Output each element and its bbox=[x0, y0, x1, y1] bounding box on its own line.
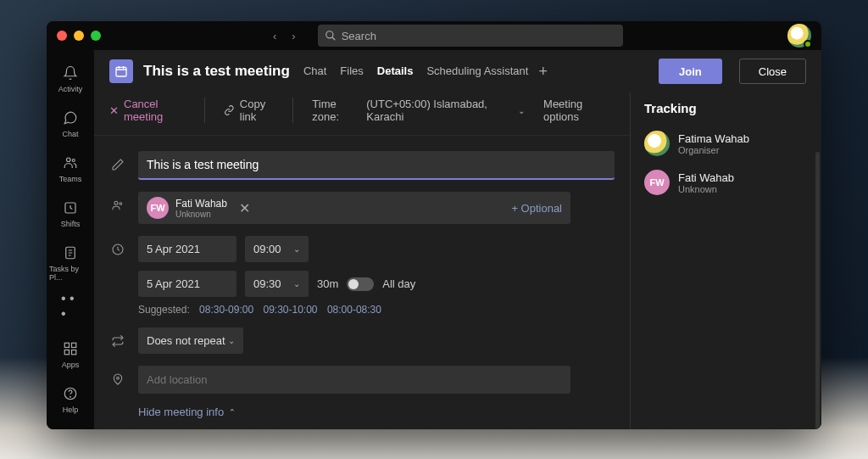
tz-label: Time zone: bbox=[312, 98, 361, 123]
nav-tasks[interactable]: Tasks by Pl... bbox=[49, 240, 92, 285]
svg-point-13 bbox=[114, 201, 118, 204]
left-rail: Activity Chat Teams Shifts Tasks by Pl..… bbox=[47, 50, 94, 429]
end-date-field[interactable]: 5 Apr 2021 bbox=[138, 271, 236, 297]
nav-apps[interactable]: Apps bbox=[49, 336, 92, 372]
meeting-form: FW Fati Wahab Unknown ✕ + Optional bbox=[94, 136, 630, 429]
start-time-field[interactable]: 09:00 ⌄ bbox=[245, 236, 309, 262]
attendee-avatar: FW bbox=[644, 170, 670, 195]
window-maximize-dot[interactable] bbox=[91, 31, 101, 41]
join-button[interactable]: Join bbox=[659, 59, 722, 84]
apps-icon bbox=[61, 339, 80, 358]
end-time-value: 09:30 bbox=[253, 277, 281, 290]
back-icon[interactable]: ‹ bbox=[273, 30, 276, 42]
nav-help[interactable]: Help bbox=[49, 381, 92, 417]
action-bar: ✕ Cancel meeting Copy link Time zone: (U… bbox=[94, 92, 630, 136]
copy-link-label: Copy link bbox=[240, 98, 281, 123]
repeat-icon bbox=[109, 334, 126, 348]
window-close-dot[interactable] bbox=[57, 31, 67, 41]
location-input[interactable] bbox=[138, 366, 570, 394]
tasks-icon bbox=[61, 243, 80, 262]
chevron-down-icon: ⌄ bbox=[293, 279, 300, 288]
allday-label: All day bbox=[382, 277, 415, 290]
tracking-item[interactable]: FW Fati Wahab Unknown bbox=[644, 170, 808, 195]
cancel-label: Cancel meeting bbox=[124, 98, 192, 123]
suggested-slot[interactable]: 08:00-08:30 bbox=[327, 304, 381, 316]
close-icon: ✕ bbox=[109, 104, 119, 117]
hide-meeting-info-toggle[interactable]: Hide meeting info ⌄ bbox=[109, 406, 615, 418]
svg-rect-9 bbox=[72, 350, 76, 355]
nav-label: Tasks by Pl... bbox=[49, 265, 92, 282]
start-date-field[interactable]: 5 Apr 2021 bbox=[138, 236, 236, 262]
location-icon bbox=[109, 372, 126, 386]
meeting-options-link[interactable]: Meeting options bbox=[543, 98, 615, 123]
forward-icon[interactable]: › bbox=[292, 30, 295, 42]
nav-shifts[interactable]: Shifts bbox=[49, 195, 92, 232]
title-input[interactable] bbox=[138, 151, 615, 180]
tab-details[interactable]: Details bbox=[377, 64, 414, 79]
add-tab-button[interactable]: + bbox=[538, 63, 548, 81]
meeting-header: This is a test meeting Chat Files Detail… bbox=[94, 50, 821, 92]
clock-icon bbox=[109, 243, 126, 256]
svg-rect-7 bbox=[72, 343, 76, 347]
chevron-up-icon: ⌄ bbox=[229, 407, 236, 417]
close-button[interactable]: Close bbox=[739, 59, 806, 84]
tracking-name: Fati Wahab bbox=[678, 171, 734, 184]
pencil-icon bbox=[109, 158, 126, 171]
tracking-role: Unknown bbox=[678, 184, 734, 194]
svg-point-11 bbox=[70, 396, 71, 397]
nav-label: Chat bbox=[62, 130, 78, 138]
more-icon: • • • bbox=[61, 297, 80, 316]
allday-toggle[interactable] bbox=[347, 277, 374, 291]
attendee-field[interactable]: FW Fati Wahab Unknown ✕ + Optional bbox=[138, 192, 570, 224]
titlebar: ‹ › Search bbox=[47, 21, 821, 50]
details-pane: ✕ Cancel meeting Copy link Time zone: (U… bbox=[94, 92, 631, 429]
meeting-title: This is a test meeting bbox=[143, 63, 290, 80]
svg-point-2 bbox=[67, 158, 71, 162]
suggested-slot[interactable]: 09:30-10:00 bbox=[263, 304, 317, 316]
tracking-role: Organiser bbox=[678, 145, 749, 155]
header-tabs: Chat Files Details Scheduling Assistant bbox=[303, 64, 529, 79]
chevron-down-icon: ⌄ bbox=[293, 244, 300, 254]
tab-chat[interactable]: Chat bbox=[303, 64, 326, 79]
tab-scheduling-assistant[interactable]: Scheduling Assistant bbox=[426, 64, 528, 79]
svg-point-16 bbox=[117, 377, 120, 379]
remove-attendee-button[interactable]: ✕ bbox=[239, 200, 250, 216]
cancel-meeting-link[interactable]: ✕ Cancel meeting bbox=[109, 98, 205, 123]
people-icon bbox=[109, 199, 126, 212]
suggested-times: Suggested: 08:30-09:00 09:30-10:00 08:00… bbox=[109, 304, 615, 316]
hide-info-label: Hide meeting info bbox=[138, 406, 224, 418]
nav-label: Teams bbox=[59, 175, 82, 183]
nav-activity[interactable]: Activity bbox=[49, 60, 92, 97]
nav-teams[interactable]: Teams bbox=[49, 150, 92, 187]
attendee-avatar: FW bbox=[147, 197, 169, 219]
chat-icon bbox=[61, 109, 80, 127]
chevron-down-icon: ⌄ bbox=[518, 106, 525, 115]
bell-icon bbox=[61, 64, 80, 82]
tab-files[interactable]: Files bbox=[340, 64, 363, 79]
svg-point-0 bbox=[326, 31, 332, 38]
svg-rect-12 bbox=[116, 67, 126, 76]
search-input[interactable]: Search bbox=[318, 25, 623, 47]
tracking-item[interactable]: Fatima Wahab Organiser bbox=[644, 131, 808, 156]
recurrence-select[interactable]: Does not repeat ⌄ bbox=[138, 327, 243, 354]
copy-link[interactable]: Copy link bbox=[224, 98, 293, 123]
nav-label: Help bbox=[63, 406, 79, 414]
teams-icon bbox=[61, 154, 80, 172]
nav-chat[interactable]: Chat bbox=[49, 105, 92, 142]
nav-arrows: ‹ › bbox=[273, 30, 296, 42]
window-minimize-dot[interactable] bbox=[74, 31, 84, 41]
nav-label: Activity bbox=[58, 85, 83, 93]
attendee-name: Fati Wahab bbox=[175, 198, 227, 210]
profile-avatar[interactable] bbox=[787, 24, 811, 48]
add-optional-link[interactable]: + Optional bbox=[511, 202, 562, 215]
chevron-down-icon: ⌄ bbox=[228, 336, 235, 345]
organiser-avatar bbox=[644, 131, 670, 156]
suggested-slot[interactable]: 08:30-09:00 bbox=[199, 304, 253, 316]
suggested-label: Suggested: bbox=[138, 304, 190, 316]
scrollbar[interactable] bbox=[815, 152, 820, 429]
timezone-picker[interactable]: Time zone: (UTC+05:00) Islamabad, Karach… bbox=[312, 98, 525, 123]
tz-value: (UTC+05:00) Islamabad, Karachi bbox=[366, 98, 513, 123]
help-icon bbox=[61, 384, 80, 403]
nav-more[interactable]: • • • bbox=[49, 294, 92, 319]
end-time-field[interactable]: 09:30 ⌄ bbox=[245, 271, 309, 297]
